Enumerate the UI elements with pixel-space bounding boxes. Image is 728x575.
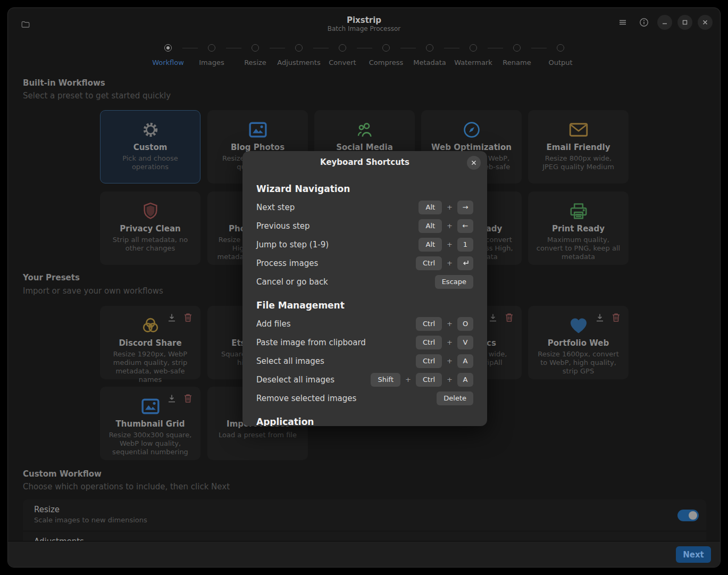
wizard-step-convert[interactable]: Convert	[321, 44, 364, 66]
wizard-step-watermark[interactable]: Watermark	[451, 44, 495, 66]
keycap-o: O	[457, 317, 473, 331]
wizard-step-images[interactable]: Images	[190, 44, 233, 66]
shortcut-label: Cancel or go back	[256, 277, 435, 287]
titlebar: Pixstrip Batch Image Processor	[8, 16, 720, 33]
plus-separator: +	[405, 376, 411, 384]
step-radio-icon	[513, 44, 521, 52]
shortcut-label: Next step	[256, 203, 419, 212]
delete-preset-icon[interactable]	[610, 312, 622, 323]
keycap-alt: Alt	[419, 219, 442, 233]
people-icon	[315, 120, 414, 140]
keycap-alt: Alt	[419, 238, 442, 252]
shortcut-section-application: Application	[256, 414, 473, 426]
step-label: Compress	[369, 59, 404, 66]
dialog-close-button[interactable]	[467, 156, 481, 170]
shortcut-row-paste-image-from-clipboard: Paste image from clipboardCtrl+V	[256, 333, 473, 352]
card-description: Strip all metadata, no other changes	[108, 236, 193, 253]
shortcut-label: Previous step	[256, 221, 419, 231]
footer-bar: Next	[8, 541, 720, 567]
resize-toggle[interactable]	[677, 510, 699, 521]
step-label: Convert	[329, 59, 356, 66]
compass-icon	[422, 120, 521, 140]
custom-workflow-subheading: Choose which operations to include, then…	[23, 482, 230, 491]
shortcut-label: Paste image from clipboard	[256, 338, 416, 347]
step-radio-icon	[382, 44, 390, 52]
export-preset-icon[interactable]	[594, 312, 606, 323]
step-label: Workflow	[152, 59, 184, 66]
preset-card-discord-share[interactable]: Discord Share Resize 1920px, WebP medium…	[100, 306, 200, 379]
keycap-card: →	[457, 201, 473, 214]
maximize-button[interactable]	[677, 15, 692, 30]
your-presets-subheading: Import or save your own workflows	[23, 286, 163, 296]
close-button[interactable]	[698, 15, 713, 30]
plus-separator: +	[447, 338, 453, 346]
keyboard-shortcuts-dialog: Keyboard Shortcuts Wizard NavigationNext…	[242, 151, 487, 426]
delete-preset-icon[interactable]	[503, 312, 515, 323]
wizard-step-resize[interactable]: Resize	[233, 44, 277, 66]
keycap-alt: Alt	[419, 201, 442, 214]
step-label: Metadata	[413, 59, 446, 66]
preset-card-portfolio-web[interactable]: Portfolio Web Resize 1600px, convert to …	[528, 306, 629, 379]
wizard-step-compress[interactable]: Compress	[364, 44, 408, 66]
step-label: Adjustments	[277, 59, 320, 66]
shortcut-keys: Ctrl+V	[416, 336, 473, 349]
printer-icon	[529, 201, 628, 221]
app-title: Pixstrip	[8, 16, 720, 25]
menu-button[interactable]	[615, 15, 631, 30]
wizard-step-workflow[interactable]: Workflow	[146, 44, 190, 66]
next-button[interactable]: Next	[676, 546, 711, 563]
export-preset-icon[interactable]	[166, 312, 178, 323]
plus-separator: +	[447, 240, 453, 248]
shortcut-row-select-all-images: Select all imagesCtrl+A	[256, 352, 473, 370]
shortcut-row-next-step: Next stepAlt+→	[256, 198, 473, 216]
wizard-step-metadata[interactable]: Metadata	[408, 44, 451, 66]
card-description: Resize 1600px, convert to WebP, high qua…	[536, 350, 621, 376]
workflow-card-custom[interactable]: Custom Pick and choose operations	[100, 110, 200, 184]
step-radio-icon	[426, 44, 433, 52]
wizard-step-rename[interactable]: Rename	[495, 44, 539, 66]
shortcut-row-add-files: Add filesCtrl+O	[256, 314, 473, 333]
app-window: Pixstrip Batch Image Processor Work	[7, 7, 721, 568]
minimize-button[interactable]	[657, 15, 672, 30]
operation-title: Resize	[34, 505, 706, 514]
preset-card-thumbnail-grid[interactable]: Thumbnail Grid Resize 300x300 square, We…	[100, 387, 200, 460]
card-description: Pick and choose operations	[108, 154, 193, 171]
step-radio-icon	[252, 44, 259, 52]
card-title: Portfolio Web	[529, 338, 628, 348]
keycap-ctrl: Ctrl	[416, 256, 442, 270]
shortcut-row-cancel-or-go-back: Cancel or go backEscape	[256, 272, 473, 291]
export-preset-icon[interactable]	[487, 312, 499, 323]
step-radio-icon	[339, 44, 346, 52]
keycap-1: 1	[457, 238, 473, 252]
wizard-stepper: Workflow Images Resize Adjustments Conve…	[146, 44, 582, 66]
step-radio-icon	[164, 44, 172, 52]
workflow-card-print-ready[interactable]: Print Ready Maximum quality, convert to …	[528, 191, 629, 265]
shortcut-row-process-images: Process imagesCtrl+	[256, 254, 473, 272]
shortcut-keys: Alt+←	[419, 219, 473, 233]
card-title: Custom	[101, 143, 200, 152]
workflow-card-email-friendly[interactable]: Email Friendly Resize 800px wide, JPEG q…	[528, 110, 629, 184]
shortcut-label: Select all images	[256, 356, 416, 366]
shield-icon	[101, 201, 200, 221]
info-button[interactable]	[636, 15, 652, 30]
card-description: Resize 800px wide, JPEG quality Medium	[536, 154, 621, 171]
delete-preset-icon[interactable]	[182, 312, 194, 323]
app-folder-icon	[19, 18, 32, 31]
plus-separator: +	[447, 376, 453, 384]
card-description: Load a preset from file	[215, 431, 300, 439]
export-preset-icon[interactable]	[166, 393, 178, 404]
step-label: Output	[548, 59, 572, 66]
plus-separator: +	[447, 357, 453, 365]
enter-keycap	[457, 256, 473, 270]
workflow-card-privacy-clean[interactable]: Privacy Clean Strip all metadata, no oth…	[100, 191, 200, 265]
wizard-step-adjustments[interactable]: Adjustments	[277, 44, 321, 66]
plus-separator: +	[447, 222, 453, 230]
keycap-delete: Delete	[437, 391, 473, 405]
shortcut-keys: Alt+1	[419, 238, 473, 252]
shortcut-section-wizard-navigation: Wizard Navigation	[256, 181, 473, 198]
wizard-step-output[interactable]: Output	[539, 44, 582, 66]
keycap-ctrl: Ctrl	[416, 373, 442, 387]
step-radio-icon	[470, 44, 477, 52]
card-title: Privacy Clean	[101, 224, 200, 234]
delete-preset-icon[interactable]	[182, 393, 194, 404]
